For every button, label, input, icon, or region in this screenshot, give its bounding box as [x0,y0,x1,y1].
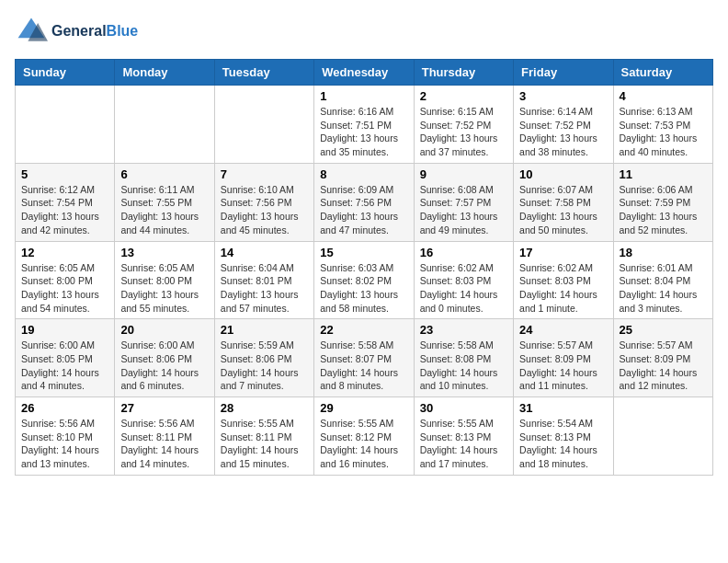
day-info: Sunrise: 6:02 AMSunset: 8:03 PMDaylight:… [420,261,507,316]
day-info: Sunrise: 6:09 AMSunset: 7:56 PMDaylight:… [320,183,407,237]
day-number: 24 [519,323,607,337]
day-info: Sunrise: 5:57 AMSunset: 8:09 PMDaylight:… [519,339,607,393]
day-number: 2 [420,89,507,103]
day-number: 29 [320,401,407,415]
day-number: 4 [620,89,707,103]
day-number: 27 [120,401,208,415]
day-info: Sunrise: 6:14 AMSunset: 7:52 PMDaylight:… [519,105,607,159]
day-number: 17 [519,246,607,259]
day-number: 11 [620,167,707,181]
logo: GeneralBlue [15,15,138,48]
day-info: Sunrise: 6:06 AMSunset: 7:59 PMDaylight:… [620,183,707,237]
day-info: Sunrise: 5:56 AMSunset: 8:10 PMDaylight:… [21,417,108,471]
day-info: Sunrise: 5:55 AMSunset: 8:11 PMDaylight:… [221,417,308,471]
calendar-cell: 20 Sunrise: 6:00 AMSunset: 8:06 PMDaylig… [115,319,214,397]
calendar-cell: 6 Sunrise: 6:11 AMSunset: 7:55 PMDayligh… [115,163,214,241]
day-number: 23 [420,323,507,337]
calendar-cell: 23 Sunrise: 5:58 AMSunset: 8:08 PMDaylig… [414,319,513,397]
day-number: 21 [221,323,308,337]
day-number: 30 [420,401,507,415]
day-info: Sunrise: 6:01 AMSunset: 8:04 PMDaylight:… [620,261,707,316]
calendar-cell: 22 Sunrise: 5:58 AMSunset: 8:07 PMDaylig… [314,319,414,397]
calendar-cell [214,86,313,164]
weekday-header: Monday [115,60,214,86]
calendar-cell: 24 Sunrise: 5:57 AMSunset: 8:09 PMDaylig… [514,319,613,397]
calendar-cell: 1 Sunrise: 6:16 AMSunset: 7:51 PMDayligh… [314,86,414,164]
calendar-week-row: 19 Sunrise: 6:00 AMSunset: 8:05 PMDaylig… [16,319,713,397]
day-number: 26 [21,401,108,415]
calendar-cell [613,397,712,476]
day-number: 20 [120,323,208,337]
calendar-cell: 12 Sunrise: 6:05 AMSunset: 8:00 PMDaylig… [16,241,115,319]
calendar-cell: 5 Sunrise: 6:12 AMSunset: 7:54 PMDayligh… [16,163,115,241]
day-info: Sunrise: 5:55 AMSunset: 8:13 PMDaylight:… [420,417,507,471]
day-number: 6 [120,167,208,181]
day-number: 18 [620,246,707,259]
day-number: 15 [320,246,407,259]
weekday-header: Sunday [16,60,115,86]
calendar-cell: 17 Sunrise: 6:02 AMSunset: 8:03 PMDaylig… [514,241,613,319]
calendar-cell: 25 Sunrise: 5:57 AMSunset: 8:09 PMDaylig… [613,319,712,397]
calendar-cell: 18 Sunrise: 6:01 AMSunset: 8:04 PMDaylig… [613,241,712,319]
day-info: Sunrise: 5:54 AMSunset: 8:13 PMDaylight:… [519,417,607,471]
day-info: Sunrise: 6:15 AMSunset: 7:52 PMDaylight:… [420,105,507,159]
calendar-cell: 28 Sunrise: 5:55 AMSunset: 8:11 PMDaylig… [214,397,313,476]
calendar-cell: 2 Sunrise: 6:15 AMSunset: 7:52 PMDayligh… [414,86,513,164]
calendar-cell: 15 Sunrise: 6:03 AMSunset: 8:02 PMDaylig… [314,241,414,319]
calendar-cell [115,86,214,164]
calendar-cell: 7 Sunrise: 6:10 AMSunset: 7:56 PMDayligh… [214,163,313,241]
day-number: 1 [320,89,407,103]
day-info: Sunrise: 6:02 AMSunset: 8:03 PMDaylight:… [519,261,607,316]
day-number: 3 [519,89,607,103]
day-info: Sunrise: 5:55 AMSunset: 8:12 PMDaylight:… [320,417,407,471]
calendar-cell [16,86,115,164]
calendar-cell: 29 Sunrise: 5:55 AMSunset: 8:12 PMDaylig… [314,397,414,476]
day-info: Sunrise: 6:00 AMSunset: 8:06 PMDaylight:… [120,339,208,393]
day-info: Sunrise: 5:57 AMSunset: 8:09 PMDaylight:… [620,339,707,393]
calendar-cell: 3 Sunrise: 6:14 AMSunset: 7:52 PMDayligh… [514,86,613,164]
logo-icon [15,15,48,48]
calendar-cell: 27 Sunrise: 5:56 AMSunset: 8:11 PMDaylig… [115,397,214,476]
day-number: 16 [420,246,507,259]
logo-text: GeneralBlue [51,22,138,40]
day-number: 28 [221,401,308,415]
calendar-cell: 16 Sunrise: 6:02 AMSunset: 8:03 PMDaylig… [414,241,513,319]
day-number: 25 [620,323,707,337]
page-header: GeneralBlue [15,15,713,48]
day-number: 14 [221,246,308,259]
day-info: Sunrise: 5:58 AMSunset: 8:07 PMDaylight:… [320,339,407,393]
day-info: Sunrise: 5:59 AMSunset: 8:06 PMDaylight:… [221,339,308,393]
day-number: 12 [21,246,108,259]
calendar-cell: 26 Sunrise: 5:56 AMSunset: 8:10 PMDaylig… [16,397,115,476]
day-info: Sunrise: 5:56 AMSunset: 8:11 PMDaylight:… [120,417,208,471]
calendar-week-row: 12 Sunrise: 6:05 AMSunset: 8:00 PMDaylig… [16,241,713,319]
day-info: Sunrise: 6:11 AMSunset: 7:55 PMDaylight:… [120,183,208,237]
calendar-week-row: 5 Sunrise: 6:12 AMSunset: 7:54 PMDayligh… [16,163,713,241]
day-info: Sunrise: 6:08 AMSunset: 7:57 PMDaylight:… [420,183,507,237]
day-info: Sunrise: 6:16 AMSunset: 7:51 PMDaylight:… [320,105,407,159]
calendar-week-row: 26 Sunrise: 5:56 AMSunset: 8:10 PMDaylig… [16,397,713,476]
day-info: Sunrise: 6:04 AMSunset: 8:01 PMDaylight:… [221,261,308,316]
day-number: 19 [21,323,108,337]
calendar-cell: 13 Sunrise: 6:05 AMSunset: 8:00 PMDaylig… [115,241,214,319]
weekday-header: Thursday [414,60,513,86]
day-info: Sunrise: 5:58 AMSunset: 8:08 PMDaylight:… [420,339,507,393]
day-number: 31 [519,401,607,415]
calendar-cell: 14 Sunrise: 6:04 AMSunset: 8:01 PMDaylig… [214,241,313,319]
calendar-cell: 30 Sunrise: 5:55 AMSunset: 8:13 PMDaylig… [414,397,513,476]
day-info: Sunrise: 6:00 AMSunset: 8:05 PMDaylight:… [21,339,108,393]
day-number: 10 [519,167,607,181]
weekday-header: Wednesday [314,60,414,86]
weekday-header: Tuesday [214,60,313,86]
day-info: Sunrise: 6:10 AMSunset: 7:56 PMDaylight:… [221,183,308,237]
day-info: Sunrise: 6:12 AMSunset: 7:54 PMDaylight:… [21,183,108,237]
calendar-table: SundayMondayTuesdayWednesdayThursdayFrid… [15,59,713,476]
calendar-cell: 19 Sunrise: 6:00 AMSunset: 8:05 PMDaylig… [16,319,115,397]
calendar-header-row: SundayMondayTuesdayWednesdayThursdayFrid… [16,60,713,86]
day-info: Sunrise: 6:05 AMSunset: 8:00 PMDaylight:… [120,261,208,316]
calendar-cell: 4 Sunrise: 6:13 AMSunset: 7:53 PMDayligh… [613,86,712,164]
calendar-cell: 21 Sunrise: 5:59 AMSunset: 8:06 PMDaylig… [214,319,313,397]
weekday-header: Saturday [613,60,712,86]
weekday-header: Friday [514,60,613,86]
day-number: 13 [120,246,208,259]
